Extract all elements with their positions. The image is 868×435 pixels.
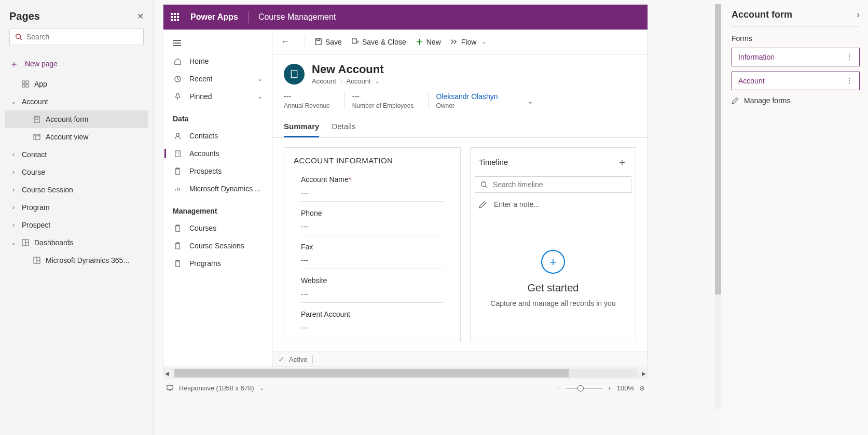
nav-pinned[interactable]: Pinned⌄	[163, 88, 272, 105]
chevron-right-icon[interactable]: ›	[857, 9, 860, 20]
record-entity: Account	[312, 77, 336, 85]
close-icon[interactable]: ✕	[137, 11, 144, 21]
building-icon	[173, 150, 182, 158]
svg-rect-2	[22, 81, 25, 83]
properties-panel: Account form › Forms Information ⋮ Accou…	[723, 0, 868, 435]
tree-account-view-label: Account view	[46, 133, 88, 141]
waffle-icon[interactable]	[171, 13, 179, 21]
save-close-button[interactable]: Save & Close	[351, 38, 406, 46]
new-button[interactable]: New	[416, 38, 441, 46]
svg-rect-20	[175, 150, 180, 156]
plus-circle-icon[interactable]: ＋	[541, 250, 565, 274]
tree-dashboards[interactable]: ⌄ Dashboards	[5, 234, 148, 251]
chart-icon	[173, 185, 182, 193]
scroll-left-icon[interactable]: ◀	[163, 371, 171, 376]
vertical-scrollbar[interactable]	[715, 4, 721, 409]
svg-rect-9	[34, 134, 40, 139]
app-sidebar: Home Recent⌄ Pinned⌄ Data Contacts Accou…	[163, 30, 272, 367]
form-tabs: Summary Details	[272, 119, 647, 138]
form-option-information[interactable]: Information ⋮	[732, 48, 860, 66]
scroll-right-icon[interactable]: ▶	[640, 371, 648, 376]
tree-dashboard-item[interactable]: Microsoft Dynamics 365...	[5, 251, 148, 269]
field-account-name[interactable]: Account Name* ---	[294, 172, 451, 206]
tab-summary[interactable]: Summary	[284, 119, 319, 137]
nav-programs[interactable]: Programs	[163, 255, 272, 272]
nav-contacts[interactable]: Contacts	[163, 127, 272, 145]
clipboard-icon	[173, 242, 182, 250]
more-icon[interactable]: ⋮	[846, 77, 853, 85]
nav-prospects[interactable]: Prospects	[163, 162, 272, 180]
responsive-mode-label[interactable]: Responsive (1058 x 678)	[179, 384, 254, 392]
zoom-in-button[interactable]: +	[608, 384, 612, 392]
back-button[interactable]: ←	[281, 36, 290, 47]
nav-course-sessions[interactable]: Course Sessions	[163, 237, 272, 255]
timeline-empty-title: Get started	[528, 282, 579, 294]
manage-forms-button[interactable]: Manage forms	[732, 96, 860, 105]
record-type[interactable]: Account	[347, 77, 371, 85]
tree-course[interactable]: › Course	[5, 163, 148, 181]
timeline-note-entry[interactable]: Enter a note...	[471, 193, 636, 216]
kpi-owner-value[interactable]: Oleksandr Olashyn	[436, 92, 498, 101]
field-parent-value[interactable]: ---	[301, 324, 444, 336]
flow-button[interactable]: Flow⌄	[450, 38, 487, 46]
field-parent-account[interactable]: Parent Account ---	[294, 307, 451, 340]
pages-title: Pages	[9, 10, 40, 22]
field-website[interactable]: Website ---	[294, 273, 451, 307]
nav-dynamics[interactable]: Microsoft Dynamics ...	[163, 180, 272, 198]
chevron-down-icon[interactable]: ⌄	[259, 385, 264, 391]
record-header: New Account Account·Account⌄ --- Annual …	[272, 54, 647, 109]
field-phone[interactable]: Phone ---	[294, 206, 451, 240]
nav-recent[interactable]: Recent⌄	[163, 70, 272, 88]
zoom-percent-label: 100%	[617, 384, 634, 392]
nav-accounts[interactable]: Accounts	[163, 145, 272, 162]
nav-accounts-label: Accounts	[189, 149, 219, 158]
power-apps-label: Power Apps	[190, 12, 238, 22]
expand-icon[interactable]: ⤢	[279, 356, 284, 363]
hamburger-icon[interactable]	[163, 34, 272, 52]
status-label[interactable]: Active	[289, 356, 307, 363]
record-title: New Account	[312, 63, 384, 76]
tree-account-view[interactable]: Account view	[5, 128, 148, 146]
chevron-down-icon[interactable]: ⌄	[527, 97, 533, 105]
search-input[interactable]	[26, 33, 138, 41]
svg-rect-4	[22, 85, 25, 87]
tab-details[interactable]: Details	[332, 119, 355, 137]
search-box[interactable]	[9, 29, 144, 45]
zoom-out-button[interactable]: −	[557, 384, 561, 392]
zoom-slider[interactable]	[566, 388, 602, 389]
svg-point-0	[16, 34, 21, 39]
tree-app[interactable]: App	[5, 75, 148, 93]
tree-account-form[interactable]: Account form	[5, 110, 148, 128]
tree-contact[interactable]: › Contact	[5, 146, 148, 163]
field-phone-value[interactable]: ---	[301, 222, 444, 235]
save-close-label: Save & Close	[362, 38, 406, 46]
field-account-name-value[interactable]: ---	[301, 189, 444, 202]
tree-prospect[interactable]: › Prospect	[5, 216, 148, 234]
more-icon[interactable]: ⋮	[846, 53, 853, 61]
nav-home[interactable]: Home	[163, 52, 272, 70]
chevron-right-icon: ›	[9, 204, 18, 211]
tree-account[interactable]: ⌄ Account	[5, 93, 148, 110]
timeline-search-input[interactable]	[493, 180, 626, 189]
dashboard-icon	[22, 239, 29, 246]
tree-contact-label: Contact	[22, 150, 47, 159]
field-fax[interactable]: Fax ---	[294, 240, 451, 273]
new-page-button[interactable]: ＋ New page	[5, 52, 148, 75]
tree-course-session[interactable]: › Course Session	[5, 181, 148, 199]
tree-program[interactable]: › Program	[5, 199, 148, 216]
nav-recent-label: Recent	[189, 75, 212, 83]
timeline-search[interactable]	[475, 176, 631, 193]
form-option-account[interactable]: Account ⋮	[732, 72, 860, 90]
field-website-value[interactable]: ---	[301, 290, 444, 303]
add-timeline-icon[interactable]: ＋	[617, 155, 627, 169]
chevron-down-icon[interactable]: ⌄	[375, 78, 379, 84]
properties-title: Account form	[732, 9, 792, 20]
fit-screen-icon[interactable]: ⊕	[639, 384, 645, 392]
field-fax-value[interactable]: ---	[301, 256, 444, 269]
clipboard-icon	[173, 224, 182, 232]
save-button[interactable]: Save	[314, 38, 342, 46]
search-icon	[15, 33, 22, 40]
field-phone-label: Phone	[301, 209, 444, 217]
horizontal-scrollbar[interactable]: ◀ ▶	[163, 368, 648, 379]
nav-courses[interactable]: Courses	[163, 219, 272, 237]
